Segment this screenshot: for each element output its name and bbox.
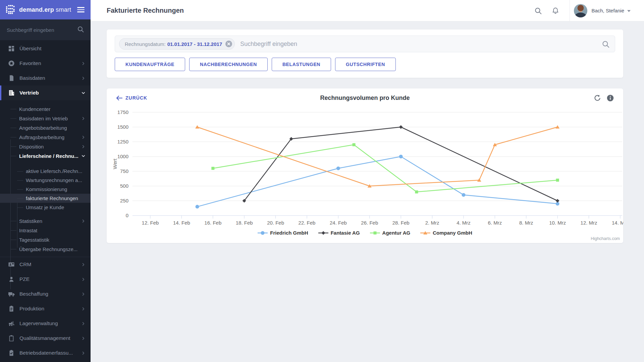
sidebar-item-bergabe-rechnungsze[interactable]: Übergabe Rechnungsze... bbox=[0, 244, 91, 254]
sidebar-item-label: Angebotsbearbeitung bbox=[19, 125, 67, 131]
sidebar: demand.erp smart ÜbersichtFavoritenBasis… bbox=[0, 0, 91, 362]
grid-icon bbox=[8, 45, 15, 52]
chevron-right-icon bbox=[82, 292, 91, 296]
sidebar-item-label: Lieferscheine / Rechnu... bbox=[19, 153, 78, 159]
chevron-right-icon bbox=[82, 322, 91, 325]
filter-button-gutschriften[interactable]: GUTSCHRIFTEN bbox=[335, 58, 396, 71]
chart-actions bbox=[594, 95, 614, 102]
user-avatar[interactable] bbox=[574, 4, 587, 17]
divider bbox=[570, 0, 570, 21]
filter-button-belastungen[interactable]: BELASTUNGEN bbox=[272, 58, 331, 71]
sidebar-item-label: Kommissionierung bbox=[26, 186, 67, 192]
search-icon[interactable] bbox=[529, 7, 547, 14]
legend-item-company-gmbh[interactable]: Company GmbH bbox=[420, 230, 472, 236]
sidebar-search bbox=[0, 19, 91, 40]
sidebar-item-label: Basisdaten bbox=[19, 75, 45, 81]
legend-label: Company GmbH bbox=[433, 230, 472, 236]
sidebar-item-label: fakturierte Rechnungen bbox=[26, 195, 78, 201]
refresh-icon[interactable] bbox=[594, 95, 601, 102]
chart-legend: Friedrich GmbHFantasie AGAgentur AGCompa… bbox=[107, 230, 623, 236]
sidebar-search-input[interactable] bbox=[7, 27, 77, 33]
y-axis-tick-label: 0 bbox=[126, 213, 128, 218]
sidebar-item-lieferscheine-rechnu[interactable]: Lieferscheine / Rechnu... bbox=[0, 151, 91, 161]
legend-item-agentur-ag[interactable]: Agentur AG bbox=[370, 230, 411, 236]
sidebar-item-lagerverwaltung[interactable]: Lagerverwaltung bbox=[0, 316, 91, 331]
sidebar-header: demand.erp smart bbox=[0, 0, 91, 19]
user-menu-caret-icon[interactable] bbox=[627, 10, 631, 12]
sidebar-item-kommissionierung[interactable]: Kommissionierung bbox=[0, 185, 91, 194]
sidebar-item-umsatz-je-kunde[interactable]: Umsatz je Kunde bbox=[0, 203, 91, 212]
chevron-right-icon bbox=[82, 219, 91, 223]
sidebar-item-bersicht[interactable]: Übersicht bbox=[0, 41, 91, 56]
sidebar-item-pze[interactable]: PZE bbox=[0, 272, 91, 287]
sidebar-item-label: aktive Liefersch./Rechn... bbox=[26, 168, 82, 174]
search-icon[interactable] bbox=[77, 26, 84, 34]
sidebar-item-label: Basisdaten im Vetrieb bbox=[19, 116, 68, 121]
chart-card: Rechnungsvolumen pro Kunde ZURÜCK 025050… bbox=[107, 88, 623, 243]
user-name[interactable]: Bach, Stefanie bbox=[591, 8, 624, 13]
legend-marker-square bbox=[370, 231, 380, 235]
chart-credit: Highcharts.com bbox=[591, 236, 620, 241]
date-filter-chip: Rechnungsdatum: 01.01.2017 - 31.12.2017 bbox=[119, 38, 235, 50]
sidebar-item-label: Vertrieb bbox=[19, 90, 39, 96]
sidebar-item-label: CRM bbox=[19, 261, 31, 267]
filter-search-input[interactable] bbox=[240, 41, 602, 48]
y-axis-tick-label: 500 bbox=[120, 183, 128, 189]
x-axis-tick-label: 18. Feb bbox=[236, 220, 253, 225]
sidebar-item-crm[interactable]: CRM bbox=[0, 257, 91, 272]
sidebar-item-basisdaten-im-vetrieb[interactable]: Basisdaten im Vetrieb bbox=[0, 114, 91, 123]
sidebar-item-produktion[interactable]: Produktion bbox=[0, 301, 91, 316]
sidebar-item-favoriten[interactable]: Favoriten bbox=[0, 56, 91, 71]
x-axis-tick-label: 6. Mrz bbox=[488, 220, 502, 225]
sidebar-item-kundencenter[interactable]: Kundencenter bbox=[0, 104, 91, 114]
chip-value: 01.01.2017 - 31.12.2017 bbox=[167, 41, 222, 47]
sidebar-item-beschaffung[interactable]: Beschaffung bbox=[0, 287, 91, 301]
chevron-right-icon bbox=[82, 263, 91, 266]
sidebar-item-tagesstatistik[interactable]: Tagesstatistik bbox=[0, 235, 91, 244]
chevron-down-icon bbox=[82, 91, 91, 95]
sidebar-item-betriebsdatenerfassu[interactable]: Betriebsdatenerfassu... bbox=[0, 346, 91, 360]
sidebar-item-intrastat[interactable]: Intrastat bbox=[0, 226, 91, 235]
filter-search-bar: Rechnungsdatum: 01.01.2017 - 31.12.2017 bbox=[115, 36, 615, 52]
menu-toggle-icon[interactable] bbox=[77, 7, 85, 12]
sidebar-item-disposition[interactable]: Disposition bbox=[0, 142, 91, 151]
legend-label: Friedrich GmbH bbox=[270, 230, 308, 236]
notifications-bell-icon[interactable] bbox=[547, 7, 564, 14]
search-icon[interactable] bbox=[602, 40, 609, 48]
sidebar-item-qualit-tsmanagement[interactable]: Qualitätsmanagement bbox=[0, 331, 91, 346]
clipboard-list-icon bbox=[8, 305, 15, 312]
topbar: Fakturierte Rechnungen Bach, Stefanie bbox=[91, 0, 644, 21]
sidebar-item-label: Intrastat bbox=[19, 228, 37, 233]
legend-item-friedrich-gmbh[interactable]: Friedrich GmbH bbox=[258, 230, 308, 236]
sidebar-item-fakturierte-rechnungen[interactable]: fakturierte Rechnungen bbox=[0, 194, 91, 203]
sidebar-item-label: Tagesstatistik bbox=[19, 237, 49, 243]
info-icon[interactable] bbox=[607, 95, 614, 102]
legend-item-fantasie-ag[interactable]: Fantasie AG bbox=[318, 230, 360, 236]
sidebar-item-statistiken[interactable]: Statistiken bbox=[0, 216, 91, 226]
chevron-right-icon bbox=[82, 62, 91, 65]
chevron-right-icon bbox=[82, 145, 91, 148]
filter-button-nachberechnungen[interactable]: NACHBERECHNUNGEN bbox=[189, 58, 268, 71]
chevron-right-icon bbox=[82, 278, 91, 281]
sidebar-item-angebotsbearbeitung[interactable]: Angebotsbearbeitung bbox=[0, 123, 91, 132]
truck-icon bbox=[8, 291, 15, 297]
legend-label: Fantasie AG bbox=[331, 230, 360, 236]
y-axis-tick-label: 250 bbox=[120, 198, 128, 203]
x-axis-tick-label: 26. Feb bbox=[361, 220, 378, 225]
sidebar-item-label: Favoriten bbox=[19, 60, 41, 66]
chart-header: Rechnungsvolumen pro Kunde ZURÜCK bbox=[107, 88, 623, 107]
sidebar-item-wartungsrechnungen-a[interactable]: Wartungsrechnungen a... bbox=[0, 176, 91, 185]
chart-title: Rechnungsvolumen pro Kunde bbox=[107, 95, 623, 102]
clipboard-check-icon bbox=[8, 350, 15, 356]
x-axis-tick-label: 20. Feb bbox=[267, 220, 284, 225]
sidebar-item-label: Übersicht bbox=[19, 46, 41, 52]
filter-button-kundenauftr-ge[interactable]: KUNDENAUFTRÄGE bbox=[115, 58, 185, 71]
forklift-icon bbox=[8, 320, 15, 327]
x-axis-tick-label: 8. Mrz bbox=[519, 220, 533, 225]
sidebar-item-aktive-liefersch-rechn[interactable]: aktive Liefersch./Rechn... bbox=[0, 167, 91, 176]
sidebar-item-vertrieb[interactable]: Vertrieb bbox=[0, 85, 91, 100]
remove-filter-icon[interactable] bbox=[225, 40, 232, 48]
sidebar-item-basisdaten[interactable]: Basisdaten bbox=[0, 71, 91, 85]
sidebar-item-auftragsbearbeitung[interactable]: Auftragsbearbeitung bbox=[0, 132, 91, 142]
x-axis-tick-label: 28. Feb bbox=[392, 220, 410, 225]
